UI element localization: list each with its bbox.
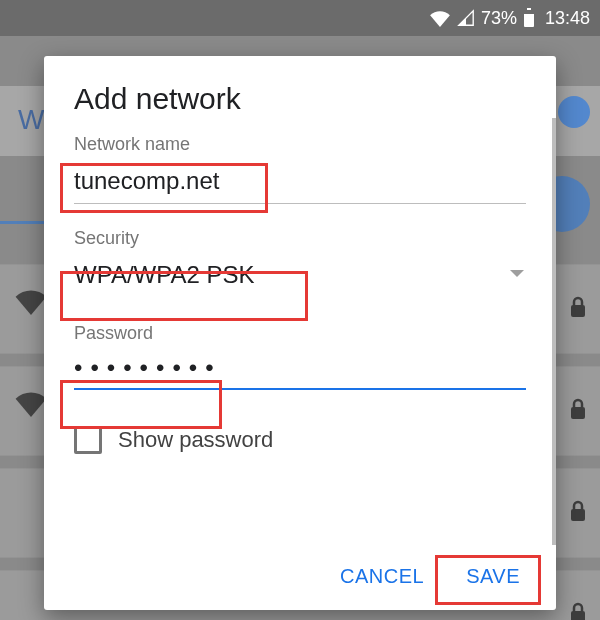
bg-title-fragment: W (18, 104, 44, 136)
clock: 13:48 (545, 8, 590, 29)
save-button[interactable]: SAVE (448, 555, 538, 598)
wifi-icon (14, 389, 48, 421)
scrollbar[interactable] (552, 118, 556, 545)
battery-percent: 73% (481, 8, 517, 29)
svg-rect-3 (571, 305, 585, 317)
battery-icon (523, 8, 535, 28)
svg-rect-4 (571, 407, 585, 419)
network-name-input[interactable] (74, 165, 526, 197)
wifi-icon (429, 9, 451, 27)
svg-rect-6 (571, 611, 585, 620)
chevron-down-icon (508, 266, 526, 284)
network-name-label: Network name (74, 134, 526, 155)
cell-signal-icon (457, 9, 475, 27)
lock-icon (568, 397, 588, 425)
wifi-icon (14, 287, 48, 319)
add-network-dialog: Add network Network name Security WPA/WP… (44, 56, 556, 610)
checkbox-box-icon (74, 426, 102, 454)
lock-icon (568, 601, 588, 620)
cancel-button[interactable]: CANCEL (322, 555, 442, 598)
security-select[interactable]: WPA/WPA2 PSK (74, 259, 526, 295)
help-icon (558, 96, 590, 128)
status-bar: 73% 13:48 (0, 0, 600, 36)
dialog-title: Add network (74, 82, 526, 116)
dialog-actions: CANCEL SAVE (44, 545, 556, 610)
password-label: Password (74, 323, 526, 344)
svg-rect-2 (524, 10, 534, 14)
lock-icon (568, 295, 588, 323)
security-value: WPA/WPA2 PSK (74, 261, 254, 289)
show-password-label: Show password (118, 427, 273, 453)
lock-icon (568, 499, 588, 527)
show-password-checkbox[interactable]: Show password (74, 426, 526, 454)
password-input[interactable] (74, 354, 526, 382)
security-label: Security (74, 228, 526, 249)
svg-rect-5 (571, 509, 585, 521)
